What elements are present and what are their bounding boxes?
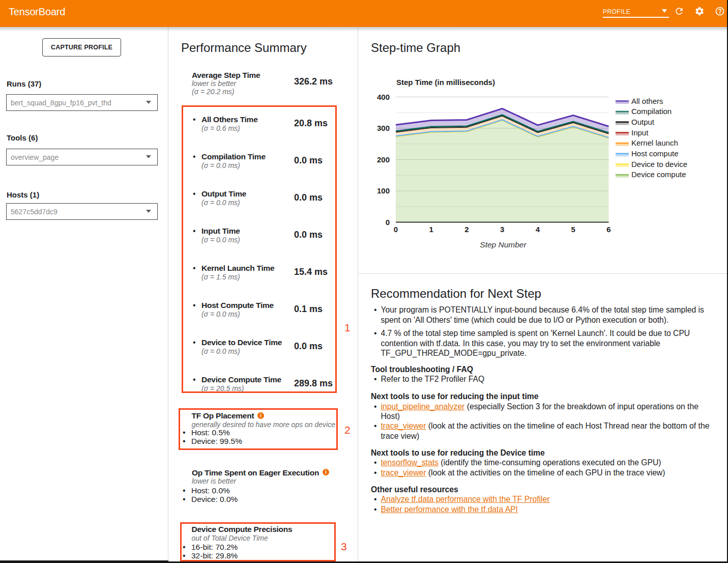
svg-text:Device compute: Device compute bbox=[631, 170, 686, 179]
svg-text:100: 100 bbox=[377, 186, 390, 195]
svg-text:Host compute: Host compute bbox=[631, 149, 679, 158]
svg-text:Output: Output bbox=[631, 118, 655, 126]
svg-text:All others: All others bbox=[631, 97, 663, 105]
svg-text:1: 1 bbox=[429, 225, 433, 234]
svg-text:6: 6 bbox=[606, 225, 610, 234]
svg-text:Device to device: Device to device bbox=[631, 160, 687, 168]
svg-text:2: 2 bbox=[464, 225, 469, 234]
svg-text:4: 4 bbox=[536, 225, 540, 234]
svg-text:0: 0 bbox=[394, 225, 398, 234]
svg-text:5: 5 bbox=[571, 225, 575, 234]
svg-text:0: 0 bbox=[386, 218, 390, 227]
svg-text:200: 200 bbox=[377, 155, 390, 164]
svg-text:400: 400 bbox=[377, 93, 390, 101]
svg-text:Input: Input bbox=[631, 128, 649, 137]
svg-text:Step Number: Step Number bbox=[480, 240, 527, 249]
svg-text:3: 3 bbox=[500, 225, 504, 234]
svg-text:Kernel launch: Kernel launch bbox=[631, 138, 678, 147]
svg-text:Compilation: Compilation bbox=[631, 107, 672, 116]
svg-text:300: 300 bbox=[377, 124, 390, 132]
svg-text:Step Time (in milliseconds): Step Time (in milliseconds) bbox=[396, 78, 495, 87]
